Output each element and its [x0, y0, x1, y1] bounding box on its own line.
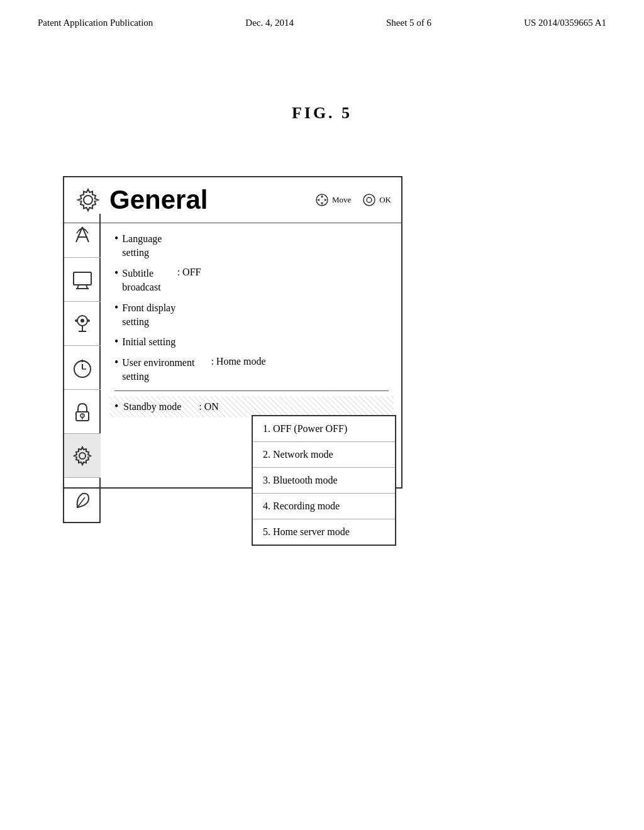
dropdown-item-2[interactable]: 2. Network mode [253, 442, 395, 468]
dropdown-item-4[interactable]: 4. Recording mode [253, 494, 395, 519]
svg-marker-27 [321, 202, 323, 205]
menu-item-subtitle: • Subtitlebroadcast : OFF [114, 267, 389, 295]
patent-header: Patent Application Publication Dec. 4, 2… [0, 0, 644, 28]
svg-point-22 [79, 453, 86, 459]
dropdown-item-1[interactable]: 1. OFF (Power OFF) [253, 416, 395, 442]
menu-item-initial: • Initial setting [114, 335, 389, 349]
ui-area: ? General [63, 176, 585, 489]
svg-point-12 [87, 319, 90, 322]
header-sheet: Sheet 5 of 6 [386, 18, 431, 28]
svg-point-11 [75, 319, 77, 322]
svg-point-8 [80, 319, 84, 323]
svg-point-31 [367, 197, 372, 202]
svg-rect-3 [74, 272, 91, 285]
nav-move-label: Move [332, 195, 351, 205]
panel-title: General [109, 185, 208, 215]
svg-point-30 [364, 194, 375, 206]
menu-item-front-display: • Front displaysetting [114, 301, 389, 329]
header-gear-icon [74, 186, 102, 214]
menu-item-language: • Languagesetting [114, 232, 389, 260]
sidebar-icon-antenna [64, 214, 101, 258]
move-icon [315, 193, 329, 207]
sidebar-icon-timer [64, 346, 101, 390]
nav-ok: OK [362, 193, 391, 207]
menu-item-standby-selected[interactable]: • Standby mode : ON [109, 396, 394, 418]
svg-line-0 [76, 227, 82, 242]
sidebar-icon-audio [64, 302, 101, 346]
menu-item-user-env: • User environmentsetting : Home mode [114, 356, 389, 384]
svg-text:?: ? [81, 414, 84, 419]
nav-hints: Move OK [315, 193, 391, 207]
sidebar-icon-display [64, 258, 101, 302]
dropdown-item-3[interactable]: 3. Bluetooth mode [253, 468, 395, 494]
menu-divider [114, 390, 389, 391]
svg-marker-28 [317, 199, 319, 201]
header-middle: Dec. 4, 2014 [245, 18, 294, 28]
svg-point-24 [84, 196, 92, 204]
sidebar-icons: ? [63, 214, 101, 523]
header-right: US 2014/0359665 A1 [524, 18, 606, 28]
dropdown-popup: 1. OFF (Power OFF) 2. Network mode 3. Bl… [252, 415, 396, 546]
sidebar-icon-security: ? [64, 390, 101, 434]
sidebar-icon-eco [64, 478, 101, 522]
header-left: Patent Application Publication [38, 18, 153, 28]
ok-icon [362, 193, 376, 207]
svg-marker-29 [325, 199, 327, 201]
svg-marker-26 [321, 195, 323, 197]
svg-line-1 [82, 227, 89, 242]
figure-title: FIG. 5 [0, 104, 644, 123]
nav-move: Move [315, 193, 351, 207]
sidebar-icon-settings-active[interactable] [64, 434, 101, 478]
panel-title-area: General [74, 185, 208, 215]
dropdown-item-5[interactable]: 5. Home server mode [253, 519, 395, 545]
panel-header: General Move [64, 177, 401, 223]
nav-ok-label: OK [379, 195, 391, 205]
